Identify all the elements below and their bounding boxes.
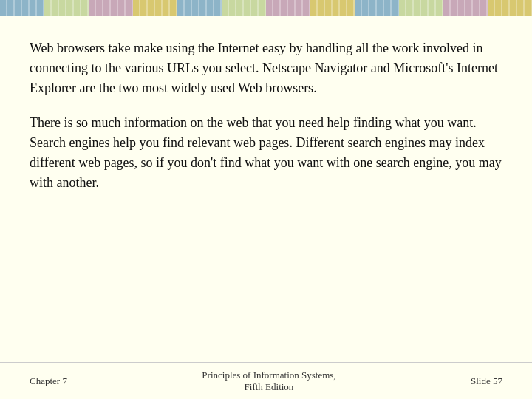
top-bar-segment <box>266 0 310 16</box>
paragraph-1: Web browsers take make using the Interne… <box>30 38 502 98</box>
paragraph-2: There is so much information on the web … <box>30 113 502 193</box>
top-bar-segment <box>44 0 89 16</box>
top-bar-segment <box>0 0 44 16</box>
footer-center-line2: Fifth Edition <box>202 381 335 393</box>
top-bar-segment <box>310 0 355 16</box>
top-bar-segment <box>443 0 488 16</box>
chapter-label: Chapter 7 <box>30 375 67 387</box>
top-bar-segment <box>177 0 222 16</box>
top-bar-segment <box>89 0 133 16</box>
top-bar <box>0 0 532 16</box>
footer-center: Principles of Information Systems, Fifth… <box>202 369 335 393</box>
main-content: Web browsers take make using the Interne… <box>0 16 532 362</box>
top-bar-segment <box>399 0 443 16</box>
footer: Chapter 7 Principles of Information Syst… <box>0 362 532 399</box>
top-bar-segment <box>355 0 399 16</box>
top-bar-segment <box>222 0 266 16</box>
top-bar-segment <box>488 0 532 16</box>
slide-label: Slide 57 <box>471 375 502 387</box>
top-bar-segment <box>133 0 177 16</box>
footer-center-line1: Principles of Information Systems, <box>202 369 335 381</box>
